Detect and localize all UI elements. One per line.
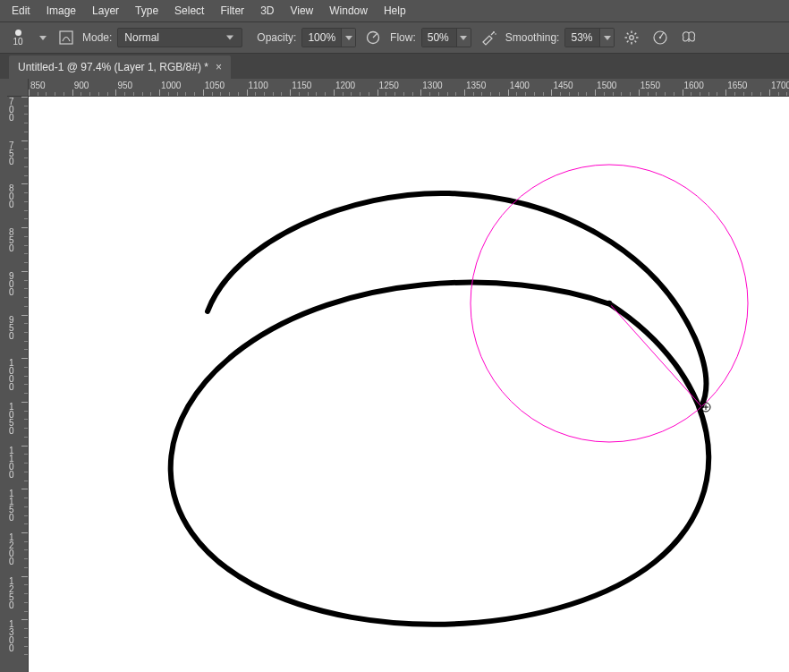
ruler-horizontal[interactable]: 8509009501000105011001150120012501300135… [29, 79, 789, 97]
pressure-size-button[interactable] [649, 26, 672, 49]
gear-icon [624, 30, 640, 46]
chevron-down-icon [345, 36, 352, 40]
stroke-arc [208, 193, 706, 406]
airbrush-button[interactable] [477, 26, 500, 49]
opacity-label: Opacity: [257, 31, 296, 44]
flow-value[interactable]: 50% [422, 29, 456, 47]
chevron-down-icon [226, 36, 233, 40]
opacity-field[interactable]: 100% [301, 28, 356, 47]
menu-bar: Edit Image Layer Type Select Filter 3D V… [0, 0, 789, 21]
brush-preset-picker[interactable]: 10 [5, 25, 30, 50]
smoothing-value[interactable]: 53% [565, 29, 599, 47]
pressure-opacity-button[interactable] [361, 26, 385, 49]
options-bar: 10 Mode: Normal Opacity: 100% Flow: 50% [0, 21, 789, 54]
stroke-ellipse [171, 283, 708, 625]
smoothing-dropdown[interactable] [599, 29, 614, 47]
brush-size-label: 10 [13, 37, 22, 47]
svg-point-4 [630, 36, 634, 40]
chevron-down-icon [460, 36, 467, 40]
document-tab-title: Untitled-1 @ 97.4% (Layer 1, RGB/8#) * [18, 61, 208, 73]
svg-point-3 [495, 33, 496, 35]
smoothing-field[interactable]: 53% [564, 28, 615, 47]
ruler-vertical[interactable]: 7007508008509009501000105011001150120012… [7, 97, 29, 672]
flow-label: Flow: [390, 31, 416, 44]
flow-dropdown[interactable] [456, 29, 471, 47]
menu-3d[interactable]: 3D [252, 1, 282, 21]
symmetry-button[interactable] [677, 26, 700, 49]
menu-help[interactable]: Help [376, 1, 414, 21]
document-tab[interactable]: Untitled-1 @ 97.4% (Layer 1, RGB/8#) * × [9, 55, 231, 79]
smoothing-label: Smoothing: [505, 31, 560, 44]
mode-label: Mode: [82, 31, 112, 44]
svg-line-9 [627, 33, 629, 35]
svg-point-2 [493, 31, 495, 33]
canvas-strokes [29, 97, 789, 672]
svg-line-11 [627, 41, 629, 43]
smoothing-options-button[interactable] [620, 26, 643, 49]
chevron-down-icon[interactable] [39, 36, 47, 40]
butterfly-icon [680, 29, 698, 47]
menu-select[interactable]: Select [166, 1, 212, 21]
brush-dot-icon [15, 30, 21, 36]
blend-mode-value: Normal [124, 31, 159, 44]
menu-edit[interactable]: Edit [4, 1, 38, 21]
brush-settings-panel-button[interactable] [55, 27, 77, 48]
menu-image[interactable]: Image [38, 1, 84, 21]
menu-window[interactable]: Window [321, 1, 376, 21]
svg-line-10 [635, 41, 637, 43]
blend-mode-dropdown[interactable]: Normal [117, 28, 242, 47]
document-tab-bar: Untitled-1 @ 97.4% (Layer 1, RGB/8#) * × [0, 54, 789, 79]
menu-type[interactable]: Type [127, 1, 166, 21]
opacity-value[interactable]: 100% [302, 29, 341, 47]
menu-view[interactable]: View [282, 1, 321, 21]
svg-line-12 [635, 33, 637, 35]
brush-cursor-dot [607, 301, 612, 306]
menu-layer[interactable]: Layer [84, 1, 127, 21]
svg-point-14 [659, 37, 661, 38]
flow-field[interactable]: 50% [421, 28, 471, 47]
ruler-corner [7, 79, 29, 97]
close-icon[interactable]: × [216, 62, 222, 72]
opacity-dropdown[interactable] [341, 29, 355, 47]
menu-filter[interactable]: Filter [212, 1, 252, 21]
chevron-down-icon [604, 36, 611, 40]
workspace: 8509009501000105011001150120012501300135… [0, 79, 789, 672]
document-canvas[interactable] [29, 97, 789, 672]
